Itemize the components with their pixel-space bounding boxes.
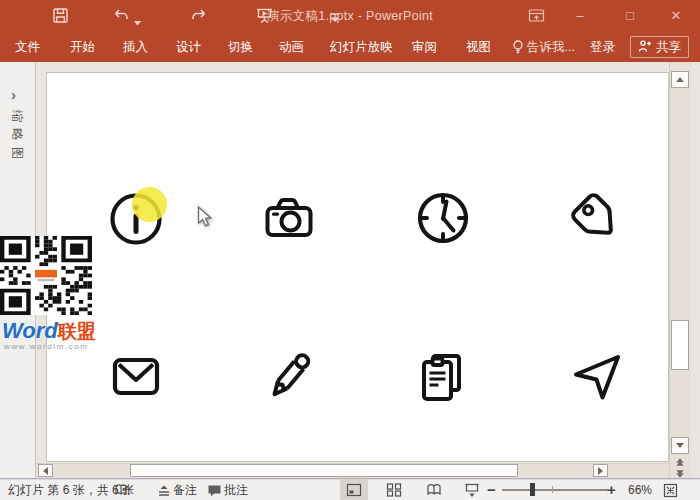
tab-transitions[interactable]: 切换 [228,32,253,62]
pencil-icon[interactable] [259,347,319,407]
slide-canvas[interactable] [46,72,669,462]
envelope-icon[interactable] [106,347,166,407]
tab-view[interactable]: 视图 [466,32,491,62]
slide-show-view-button[interactable] [458,479,486,500]
tab-slideshow[interactable]: 幻灯片放映 [330,32,393,62]
clock-icon[interactable] [413,188,473,248]
camera-icon[interactable] [259,188,319,248]
send-arrow-icon[interactable] [567,346,627,406]
powerpoint-window: 演示文稿1.pptx - PowerPoint – □ ✕ 文件 开始 插入 设… [0,0,700,500]
scroll-right-button[interactable] [593,464,608,477]
minimize-button[interactable]: – [563,0,597,32]
tab-design[interactable]: 设计 [176,32,201,62]
zoom-slider-center-tick [552,486,553,493]
share-label: 共享 [656,39,681,56]
share-person-icon [638,39,652,56]
ribbon-tab-bar: 文件 开始 插入 设计 切换 动画 幻灯片放映 审阅 视图 告诉我... 登录 … [0,32,700,62]
tab-animations[interactable]: 动画 [279,32,304,62]
zoom-slider-thumb[interactable] [530,483,535,496]
brand-url: www.wordlm.com [4,342,89,351]
reading-view-button[interactable] [420,479,448,500]
status-bar: 幻灯片 第 6 张，共 6 张 备注 批注 [0,478,700,500]
comments-button[interactable]: 批注 [224,479,248,500]
brand-logo-cn: 联盟 [58,321,96,342]
ribbon-display-options-icon[interactable] [528,8,545,28]
brand-logo-en: Word [2,318,58,343]
title-bar: 演示文稿1.pptx - PowerPoint – □ ✕ [0,0,700,32]
zoom-out-button[interactable]: − [487,479,496,500]
horizontal-scroll-thumb[interactable] [130,464,518,477]
tab-file[interactable]: 文件 [15,32,40,62]
thumbnail-pane-label: 缩略图 [8,110,25,166]
vertical-scrollbar[interactable] [669,62,691,478]
watermark: Word联盟 www.wordlm.com [0,236,120,315]
copy-documents-icon[interactable] [412,347,472,407]
slide-sorter-view-button[interactable] [380,479,408,500]
tab-insert[interactable]: 插入 [123,32,148,62]
notes-button[interactable]: 备注 [173,479,197,500]
normal-view-button[interactable] [340,479,368,500]
tell-me-bulb-icon [512,40,524,59]
scroll-up-button[interactable] [671,71,689,88]
yellow-highlight-dot [132,187,167,222]
expand-pane-icon[interactable]: › [11,86,16,103]
qr-center-logo [33,268,58,282]
zoom-in-button[interactable]: + [607,479,616,500]
scroll-down-button[interactable] [671,437,689,454]
brand-logo: Word联盟 [2,318,96,345]
tell-me-tab[interactable]: 告诉我... [527,32,575,62]
scroll-left-button[interactable] [38,464,53,477]
fit-to-window-icon[interactable] [663,483,678,500]
tab-home[interactable]: 开始 [70,32,95,62]
close-button[interactable]: ✕ [659,0,693,32]
zoom-slider-track[interactable] [502,489,608,491]
zoom-level[interactable]: 66% [628,479,652,500]
share-button[interactable]: 共享 [630,36,689,58]
mouse-cursor [197,206,213,232]
previous-slide-button[interactable] [671,456,689,467]
tag-icon[interactable] [566,188,626,248]
maximize-button[interactable]: □ [613,0,647,32]
comments-icon [207,483,222,500]
spell-check-icon[interactable] [114,483,129,500]
vertical-scroll-thumb[interactable] [671,320,689,370]
tab-review[interactable]: 审阅 [412,32,437,62]
qr-code [0,236,120,315]
sign-in-link[interactable]: 登录 [590,32,615,62]
notes-icon [157,483,171,500]
